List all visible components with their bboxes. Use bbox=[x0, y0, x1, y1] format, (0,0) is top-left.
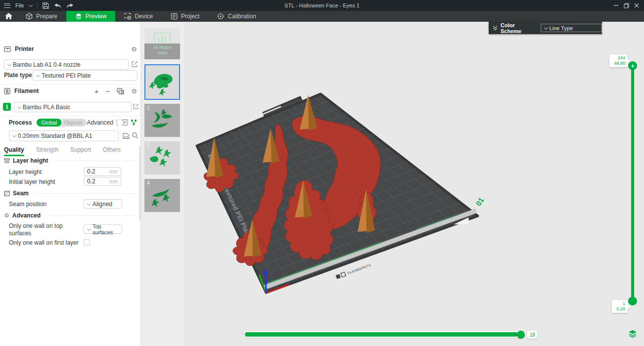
tab-strength[interactable]: Strength bbox=[36, 146, 58, 153]
printer-edit-icon[interactable] bbox=[131, 61, 138, 68]
plate-thumbnail-1[interactable]: 1 bbox=[144, 64, 180, 100]
group-title: Seam bbox=[13, 190, 29, 197]
prepare-box-icon bbox=[26, 13, 33, 20]
calibration-icon bbox=[217, 13, 224, 20]
plate-thumbnail-2[interactable]: 2 bbox=[144, 104, 180, 137]
move-slider-handle[interactable] bbox=[517, 331, 525, 339]
process-scope-toggle[interactable]: Global Objects bbox=[37, 119, 87, 127]
layer-height-icon bbox=[4, 158, 10, 164]
tab-support[interactable]: Support bbox=[70, 146, 91, 153]
printer-settings-gear-icon[interactable]: ⚙ bbox=[131, 46, 137, 52]
settings-sidebar: Printer ⚙ Bambu Lab A1 0.4 nozzle Plate … bbox=[0, 22, 141, 346]
top-layer-height: 48.80 bbox=[612, 61, 625, 66]
process-icon bbox=[4, 119, 5, 126]
chevron-down-icon bbox=[17, 104, 21, 108]
plate-number: 4 bbox=[147, 180, 150, 186]
chevron-down-icon bbox=[544, 25, 548, 29]
tab-others[interactable]: Others bbox=[103, 146, 121, 153]
tab-calibration[interactable]: Calibration bbox=[208, 11, 265, 22]
tab-project[interactable]: Project bbox=[162, 11, 208, 22]
process-section-title: Process bbox=[9, 119, 32, 126]
printer-select[interactable]: Bambu Lab A1 0.4 nozzle bbox=[4, 59, 129, 70]
tab-prepare[interactable]: Prepare bbox=[17, 11, 66, 22]
plate-front-label: PLA/ABS/PETG bbox=[347, 263, 371, 275]
layer-range-slider[interactable] bbox=[631, 65, 634, 302]
tab-preview[interactable]: Preview bbox=[66, 11, 116, 22]
file-menu[interactable]: File bbox=[15, 2, 24, 8]
chevron-down-icon bbox=[87, 226, 91, 230]
all-plates-stats-thumbnail[interactable]: All PlatesStats bbox=[144, 28, 180, 59]
plate-thumbnail-4[interactable]: 4 bbox=[144, 179, 180, 212]
viewport-3d[interactable]: Bambu Lab Textured PEI Plate PLA/ABS/PET… bbox=[184, 22, 644, 346]
seam-position-select[interactable]: Aligned bbox=[84, 199, 122, 209]
all-plates-stats-label: All PlatesStats bbox=[144, 45, 180, 56]
unit-label: mm bbox=[109, 169, 118, 174]
plate-thumbnail-3[interactable]: 3 bbox=[144, 141, 180, 174]
collapse-chevrons-icon[interactable] bbox=[494, 26, 497, 30]
plate-number-label: 01 bbox=[474, 196, 485, 207]
color-scheme-panel: Color Scheme Line Type bbox=[489, 22, 602, 34]
home-icon bbox=[5, 13, 12, 20]
group-title: Advanced bbox=[12, 212, 41, 219]
seam-icon bbox=[4, 191, 10, 196]
color-scheme-select[interactable]: Line Type bbox=[541, 24, 602, 32]
add-filament-button[interactable]: + bbox=[94, 87, 99, 95]
chevron-down-icon bbox=[87, 201, 91, 205]
title-bar: File STL - Halloween Face - Eyes 1 bbox=[0, 0, 644, 11]
close-icon[interactable] bbox=[634, 3, 639, 8]
scope-global[interactable]: Global bbox=[37, 119, 61, 127]
initial-layer-height-label: Initial layer height bbox=[9, 178, 55, 185]
tab-device[interactable]: Device bbox=[115, 11, 162, 22]
process-preset-select[interactable]: 0.20mm Standard @BBL A1 bbox=[9, 130, 119, 141]
save-preset-icon[interactable] bbox=[123, 132, 130, 139]
process-nodes-icon[interactable] bbox=[131, 119, 137, 126]
layer-slider-bottom-handle[interactable] bbox=[628, 297, 637, 305]
advanced-toggle[interactable] bbox=[116, 119, 118, 126]
plate-type-label: Plate type bbox=[4, 72, 32, 79]
layers-view-icon[interactable] bbox=[628, 329, 637, 338]
scope-objects[interactable]: Objects bbox=[61, 120, 87, 126]
tab-quality[interactable]: Quality bbox=[4, 146, 24, 153]
layer-height-input[interactable]: 0.2mm bbox=[84, 167, 121, 176]
color-scheme-label: Color Scheme bbox=[501, 22, 536, 34]
menu-icon[interactable] bbox=[4, 3, 10, 8]
plate-number: 3 bbox=[147, 143, 150, 148]
filament-settings-gear-icon[interactable]: ⚙ bbox=[131, 88, 137, 94]
unit-label: mm bbox=[109, 179, 118, 184]
minimize-icon[interactable] bbox=[614, 3, 619, 8]
group-title: Layer height bbox=[13, 157, 48, 164]
plate-type-select[interactable]: Textured PEI Plate bbox=[33, 70, 138, 81]
divider bbox=[47, 216, 137, 216]
initial-layer-height-input[interactable]: 0.2mm bbox=[84, 177, 121, 186]
remove-filament-button[interactable]: − bbox=[106, 87, 110, 95]
filament-slot-badge[interactable]: 1 bbox=[3, 103, 11, 111]
layer-height-label: Layer height bbox=[9, 169, 42, 175]
process-list-icon[interactable] bbox=[122, 119, 128, 126]
filament-select[interactable]: Bambu PLA Basic bbox=[14, 102, 132, 112]
chevron-down-icon[interactable] bbox=[28, 2, 32, 6]
layer-slider-bottom-tooltip: 1 0.20 bbox=[612, 300, 628, 313]
build-plate-scene: Bambu Lab Textured PEI Plate PLA/ABS/PET… bbox=[184, 22, 644, 346]
filament-edit-icon[interactable] bbox=[133, 103, 139, 110]
restore-icon[interactable] bbox=[624, 3, 629, 8]
layer-slider-add-handle[interactable]: + bbox=[628, 61, 637, 70]
plate-list: All PlatesStats 1 2 3 4 bbox=[141, 22, 184, 346]
search-preset-icon[interactable] bbox=[132, 132, 138, 139]
printer-icon bbox=[4, 46, 11, 52]
top-layer-index: 244 bbox=[612, 55, 625, 61]
window-title: STL - Halloween Face - Eyes 1 bbox=[0, 2, 644, 8]
move-slider-fill bbox=[245, 332, 518, 337]
filament-spool-icon bbox=[4, 88, 10, 94]
divider bbox=[37, 2, 38, 8]
one-wall-first-label: Only one wall on first layer bbox=[9, 239, 79, 246]
redo-icon[interactable] bbox=[66, 3, 74, 8]
one-wall-top-select[interactable]: Top surfaces bbox=[84, 224, 122, 234]
sidebar-scrollbar[interactable] bbox=[139, 146, 140, 220]
one-wall-first-checkbox[interactable] bbox=[84, 239, 90, 246]
save-icon[interactable] bbox=[43, 2, 49, 9]
home-button[interactable] bbox=[0, 11, 17, 22]
undo-icon[interactable] bbox=[54, 3, 61, 8]
one-wall-top-label: Only one wall on top surfaces bbox=[9, 222, 78, 237]
filament-section-title: Filament bbox=[14, 87, 39, 94]
filament-sync-icon[interactable] bbox=[117, 88, 124, 94]
